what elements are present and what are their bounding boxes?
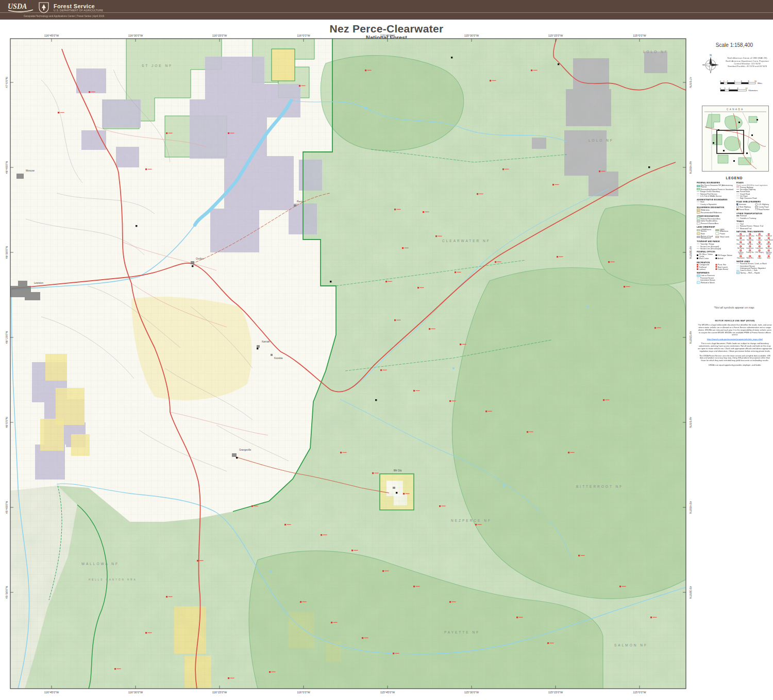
scale-bar-segment (725, 90, 729, 91)
legend-label: Research Natural Area (701, 223, 718, 225)
recreation-site-marker (413, 390, 415, 391)
mvum-paragraph: The MVUM is a legal enforceable document… (698, 323, 772, 336)
legend-item: Dirt Road (736, 195, 773, 197)
legend-label: Road Number (759, 209, 769, 211)
legend-swatch-line-bluedash (736, 266, 740, 266)
recreation-site-icon (740, 237, 742, 240)
legend-item: U.S. Highway (755, 203, 773, 206)
marker-label-line (169, 596, 173, 597)
legend-swatch-chip-blue (697, 275, 700, 277)
legend-grid-item: Interpretive (746, 246, 754, 249)
marker-label-line (457, 272, 461, 272)
legend-label: Perennial Stream (700, 277, 714, 279)
legend-swatch-line-orange (736, 189, 740, 190)
recreation-site-icon (759, 242, 761, 244)
legend-label: Perennial Stream, Creek, or Wash (740, 263, 767, 265)
legend-swatch-icon-red (697, 268, 698, 270)
legend-label: Wilderness (701, 209, 710, 211)
legend-footnote: *Not all symbols appear on map. (697, 306, 772, 309)
legend-item: Spring — Well — Rapids (736, 271, 773, 274)
graticule-label-top: 116°0'0"W (297, 34, 310, 37)
map-svg: ST JOE NFLOLO NFLOLO NFCLEARWATER NFBITT… (10, 39, 686, 689)
graticule-label-bottom: 116°0'0"W (297, 691, 310, 694)
recreation-site-icon (749, 237, 751, 240)
legend-swatch-icon-red (716, 264, 717, 265)
recreation-site-marker (269, 671, 271, 673)
scale-bar-tick: 10 (754, 80, 757, 82)
town-name-label: Kamiah (262, 340, 270, 343)
graticule-label-bottom: 116°30'0"W (128, 691, 143, 694)
legend-label: Campground (699, 264, 710, 266)
legend-label: County or Equivalent (700, 203, 717, 205)
recreation-site-marker (228, 132, 229, 134)
legend-grid-label: Trailhead (764, 235, 773, 237)
legend-label: National Park Service (700, 193, 717, 195)
legend-items: WildernessRecommended Wilderness (697, 209, 733, 214)
legend-section: WATER LINESPerennial Stream, Creek, or W… (736, 260, 773, 274)
legend-grid-item: Group Camp (746, 233, 754, 237)
graticule-label-left: 46°30'0"N (5, 246, 8, 259)
usda-logo-icon: USDA (7, 2, 34, 13)
recreation-site-marker (568, 452, 569, 453)
ranger-station-marker (648, 166, 650, 168)
legend-swatch-line-dash2 (736, 198, 740, 199)
legend-section: TRAILSTrailNational Scenic / Historic Tr… (736, 220, 773, 229)
legend-grid-item: Picnic Site (755, 233, 764, 237)
ranger-station-marker (136, 225, 137, 227)
legend-items: Perennial Stream, Creek, or WashIntermit… (736, 263, 773, 274)
recreation-site-marker (578, 555, 580, 556)
recreation-site-icon (759, 233, 761, 235)
recreation-site-marker (340, 452, 342, 453)
recreation-site-marker (394, 319, 396, 321)
recreation-site-icon (740, 242, 742, 244)
marker-label-line (519, 617, 523, 618)
legend-section: OTHER DESIGNATIONSNational Recreation Ar… (697, 215, 733, 225)
svg-text:N: N (710, 54, 712, 57)
legend-grid-label: Information (755, 248, 764, 249)
legend-label: Township / Range (700, 243, 714, 245)
marker-label-line (199, 560, 204, 561)
legend-item: USFS Wilderness (716, 229, 734, 232)
recreation-site-icon (768, 233, 770, 235)
town-name-label: Grangeville (239, 449, 251, 451)
legend-label: National Scenic / Historic Trail (740, 225, 763, 227)
marker-label-line (416, 586, 420, 587)
legend-swatch-icon-black (716, 258, 717, 259)
legend-item: Lake or Reservoir (697, 275, 733, 277)
legend-section-title: FEDERAL BOUNDARIES (697, 181, 733, 184)
legend-section-title: LAND OWNERSHIP (697, 226, 733, 228)
legend-grid-label: Campground (736, 235, 745, 237)
recreation-site-marker (423, 211, 424, 213)
marker-label-line (148, 169, 152, 169)
scale-bar-unit: Kilometers (748, 90, 758, 92)
legend-swatch-line-dash (736, 218, 740, 218)
recreation-site-marker (624, 286, 625, 287)
legend-label: Railroad (740, 215, 747, 217)
scale-bar-segment (738, 90, 747, 91)
legend-swatch-line-gray (697, 194, 700, 194)
recreation-site-icon (740, 246, 742, 248)
recreation-site-marker (403, 493, 405, 494)
legend-item: High Clearance Road (736, 197, 773, 199)
town-name-label: Moscow (26, 169, 35, 172)
legend-label: Intermittent Stream (740, 265, 755, 267)
recreation-site-marker (490, 80, 491, 81)
recreation-site-marker (393, 653, 394, 654)
marker-label-line (626, 286, 630, 287)
recreation-site-marker (380, 369, 382, 371)
marker-label-line (323, 535, 327, 535)
legend-grid-label: Cabin Rental (764, 240, 773, 241)
legend-grid-item: SnoPark (755, 242, 764, 245)
legend-label: Section Line (Surveyed) (700, 245, 719, 247)
legend-item: Bureau of Land Management (697, 235, 715, 238)
legend-items: National Recreation AreaIdaho Roadless A… (697, 217, 733, 225)
graticule-label-left: 45°45'0"N (5, 501, 8, 514)
mvum-link[interactable]: https://www.fs.usda.gov/recreation/progr… (707, 338, 763, 340)
legend-label: Gravel Road (740, 193, 750, 195)
recreation-site-marker (284, 524, 286, 525)
legend-swatch-dots-blue (736, 226, 740, 226)
legend-label: Airfield (718, 258, 723, 260)
legend-swatch-line-dash (697, 248, 700, 249)
marker-label-line (478, 524, 482, 525)
recreation-site-marker (413, 586, 415, 587)
